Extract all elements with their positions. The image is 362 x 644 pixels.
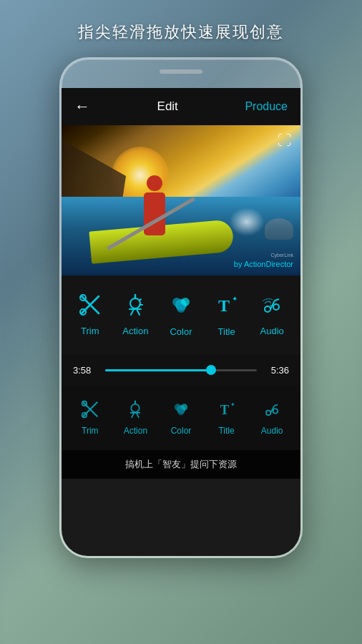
scrubber-track[interactable] bbox=[105, 369, 257, 371]
screen-title: Edit bbox=[157, 99, 178, 114]
svg-point-15 bbox=[273, 304, 279, 310]
svg-point-11 bbox=[177, 304, 185, 313]
audio-label: Audio bbox=[260, 326, 284, 336]
tagline-text: 指尖轻滑拖放快速展现创意 bbox=[78, 23, 284, 41]
action-icon-sm bbox=[126, 400, 145, 421]
watermark: CyberLink by ActionDirector bbox=[234, 252, 293, 270]
tool-color[interactable]: Color bbox=[161, 293, 200, 337]
svg-point-31 bbox=[266, 411, 271, 416]
tool-audio-sm[interactable]: Audio bbox=[253, 400, 292, 436]
time-start: 3:58 bbox=[73, 365, 98, 376]
scrubber-fill bbox=[105, 369, 211, 371]
toolbar-secondary: Trim Action bbox=[62, 386, 300, 450]
tool-action[interactable]: Action bbox=[116, 293, 155, 336]
svg-text:✦: ✦ bbox=[232, 295, 238, 303]
notification-bar: 搞机上「智友」提问下资源 bbox=[62, 450, 300, 479]
phone-screen: ← Edit Produce bbox=[62, 88, 300, 556]
tool-trim[interactable]: Trim bbox=[70, 293, 109, 336]
person-body bbox=[144, 192, 165, 235]
trim-label-sm: Trim bbox=[82, 426, 99, 436]
kayaker bbox=[140, 175, 169, 233]
color-icon-sm bbox=[172, 400, 190, 421]
tool-title[interactable]: T ✦ Title bbox=[207, 293, 246, 337]
action-icon bbox=[124, 293, 147, 320]
video-frame: CyberLink by ActionDirector bbox=[62, 125, 300, 275]
edit-header: ← Edit Produce bbox=[62, 88, 300, 125]
timeline[interactable]: 3:58 5:36 bbox=[62, 354, 300, 386]
svg-text:✦: ✦ bbox=[230, 401, 235, 408]
svg-text:T: T bbox=[218, 296, 230, 315]
trim-icon-sm bbox=[81, 400, 99, 421]
scene-container: CyberLink by ActionDirector bbox=[62, 125, 300, 275]
title-icon: T ✦ bbox=[215, 293, 239, 321]
fullscreen-icon[interactable]: ⛶ bbox=[278, 132, 292, 149]
watermark-line1: CyberLink bbox=[234, 252, 293, 259]
svg-text:T: T bbox=[220, 403, 228, 417]
video-preview[interactable]: CyberLink by ActionDirector bbox=[62, 125, 300, 275]
action-label: Action bbox=[122, 326, 148, 336]
person-head bbox=[147, 175, 162, 191]
svg-point-23 bbox=[132, 404, 140, 412]
color-icon bbox=[169, 293, 193, 321]
app-tagline: 指尖轻滑拖放快速展现创意 bbox=[0, 21, 362, 43]
scrubber-thumb[interactable] bbox=[206, 365, 216, 375]
color-label-sm: Color bbox=[171, 426, 192, 436]
phone-speaker bbox=[160, 69, 202, 74]
back-button[interactable]: ← bbox=[74, 99, 90, 114]
tool-title-sm[interactable]: T ✦ Title bbox=[207, 400, 246, 436]
notification-text: 搞机上「智友」提问下资源 bbox=[125, 458, 237, 471]
title-label: Title bbox=[218, 326, 235, 337]
svg-point-32 bbox=[273, 409, 278, 414]
main-toolbar: Trim Action bbox=[62, 275, 300, 354]
color-label: Color bbox=[170, 326, 192, 337]
watermark-line2: by ActionDirector bbox=[234, 259, 293, 270]
rock-right bbox=[265, 218, 293, 240]
water-splash bbox=[229, 208, 265, 236]
produce-button[interactable]: Produce bbox=[245, 100, 288, 113]
tool-action-sm[interactable]: Action bbox=[116, 400, 155, 436]
tool-audio[interactable]: Audio bbox=[253, 293, 292, 336]
title-label-sm: Title bbox=[218, 426, 234, 436]
audio-icon-sm bbox=[263, 400, 281, 421]
tool-color-sm[interactable]: Color bbox=[161, 400, 200, 436]
svg-point-4 bbox=[130, 298, 140, 308]
phone-frame: ← Edit Produce bbox=[59, 57, 303, 558]
svg-line-6 bbox=[140, 299, 141, 301]
trim-label: Trim bbox=[81, 326, 99, 336]
title-icon-sm: T ✦ bbox=[217, 400, 236, 421]
svg-point-14 bbox=[265, 306, 270, 312]
trim-icon bbox=[79, 293, 102, 320]
tool-trim-sm[interactable]: Trim bbox=[70, 400, 109, 436]
audio-icon bbox=[260, 293, 283, 320]
time-end: 5:36 bbox=[264, 365, 289, 376]
svg-point-28 bbox=[177, 409, 184, 415]
svg-line-17 bbox=[275, 299, 279, 301]
svg-line-34 bbox=[274, 405, 278, 406]
audio-label-sm: Audio bbox=[261, 426, 283, 436]
action-label-sm: Action bbox=[124, 426, 147, 436]
